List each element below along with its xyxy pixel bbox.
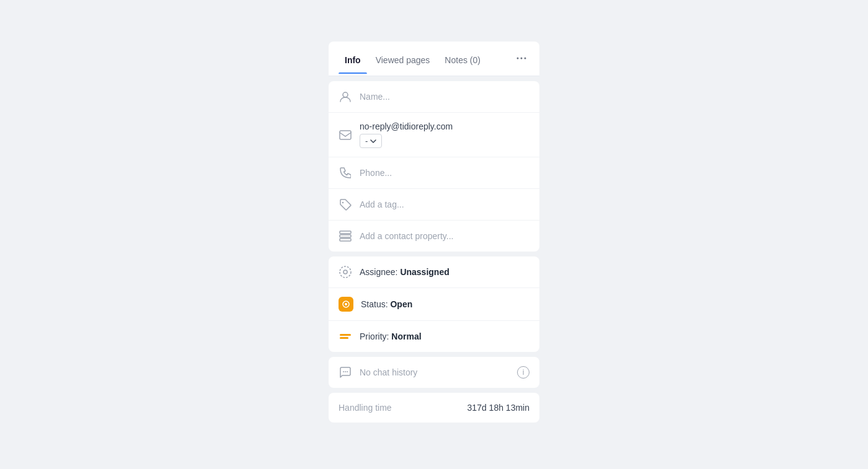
svg-point-5: [342, 202, 343, 203]
phone-icon: [339, 166, 352, 180]
assignee-icon: [339, 265, 352, 279]
email-icon: [339, 128, 352, 142]
tag-placeholder: Add a tag...: [360, 199, 404, 209]
priority-icon: [339, 330, 352, 343]
status-text: Status: Open: [361, 299, 412, 309]
svg-point-2: [525, 58, 526, 59]
svg-point-10: [343, 270, 347, 274]
svg-point-13: [343, 371, 344, 372]
tag-row[interactable]: Add a tag...: [329, 189, 539, 221]
email-content: no-reply@tidioreply.com -: [360, 121, 453, 148]
email-address: no-reply@tidioreply.com: [360, 121, 453, 131]
assignee-text: Assignee: Unassigned: [360, 267, 450, 277]
chat-history-section: No chat history i: [329, 357, 539, 388]
email-row[interactable]: no-reply@tidioreply.com -: [329, 113, 539, 157]
handling-time-section: Handling time 317d 18h 13min: [329, 393, 539, 423]
contact-info-section: Name... no-reply@tidioreply.com -: [329, 81, 539, 252]
priority-text: Priority: Normal: [360, 331, 422, 341]
country-code-dropdown[interactable]: -: [360, 134, 382, 148]
priority-row[interactable]: Priority: Normal: [329, 321, 539, 352]
handling-time-label: Handling time: [339, 403, 392, 413]
assignee-row[interactable]: Assignee: Unassigned: [329, 256, 539, 288]
svg-rect-4: [340, 131, 351, 139]
property-placeholder: Add a contact property...: [360, 231, 454, 241]
tab-bar: Info Viewed pages Notes (0): [329, 42, 539, 76]
svg-point-0: [517, 58, 519, 59]
tag-icon: [339, 198, 352, 211]
tab-more-button[interactable]: [513, 42, 529, 76]
svg-point-9: [340, 266, 351, 278]
chat-history-info-button[interactable]: i: [517, 366, 529, 379]
status-badge-icon: [339, 297, 353, 312]
name-placeholder: Name...: [360, 92, 390, 102]
tab-info[interactable]: Info: [339, 44, 367, 74]
assignee-value: Unassigned: [400, 267, 449, 277]
property-row[interactable]: Add a contact property...: [329, 221, 539, 252]
person-icon: [339, 90, 352, 103]
phone-row[interactable]: Phone...: [329, 157, 539, 189]
handling-time-row: Handling time 317d 18h 13min: [329, 393, 539, 423]
priority-value: Normal: [391, 331, 421, 341]
svg-rect-6: [340, 231, 351, 234]
property-icon: [339, 229, 352, 243]
svg-rect-7: [340, 235, 351, 237]
info-panel: Info Viewed pages Notes (0) Name...: [329, 42, 539, 427]
name-row[interactable]: Name...: [329, 81, 539, 113]
handling-time-value: 317d 18h 13min: [467, 403, 529, 413]
status-row[interactable]: Status: Open: [329, 288, 539, 321]
tab-notes[interactable]: Notes (0): [438, 44, 487, 74]
no-chat-history-label: No chat history: [360, 367, 417, 377]
chat-history-row: No chat history i: [329, 357, 539, 388]
svg-point-12: [345, 303, 347, 305]
status-value: Open: [390, 299, 412, 309]
tab-viewed-pages[interactable]: Viewed pages: [370, 44, 436, 74]
country-code-value: -: [365, 136, 368, 146]
svg-point-14: [345, 371, 346, 372]
svg-point-1: [521, 58, 523, 59]
svg-rect-8: [340, 239, 351, 241]
svg-point-15: [347, 371, 348, 372]
svg-point-3: [343, 92, 348, 97]
assignment-section: Assignee: Unassigned Status: Open: [329, 256, 539, 352]
phone-placeholder: Phone...: [360, 168, 392, 178]
chat-icon: [339, 366, 352, 379]
chat-history-left: No chat history: [339, 366, 417, 379]
